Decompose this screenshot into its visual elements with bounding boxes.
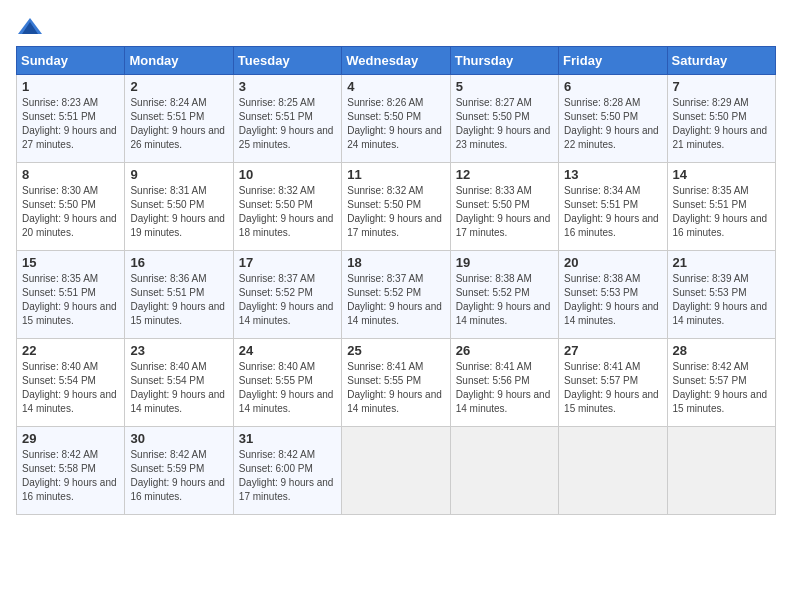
day-number: 21: [673, 255, 770, 270]
day-number: 9: [130, 167, 227, 182]
calendar-cell: 27 Sunrise: 8:41 AM Sunset: 5:57 PM Dayl…: [559, 339, 667, 427]
day-info: Sunrise: 8:41 AM Sunset: 5:56 PM Dayligh…: [456, 360, 553, 416]
calendar-cell: 22 Sunrise: 8:40 AM Sunset: 5:54 PM Dayl…: [17, 339, 125, 427]
calendar: SundayMondayTuesdayWednesdayThursdayFrid…: [16, 46, 776, 515]
day-number: 6: [564, 79, 661, 94]
calendar-cell: 26 Sunrise: 8:41 AM Sunset: 5:56 PM Dayl…: [450, 339, 558, 427]
week-row-1: 1 Sunrise: 8:23 AM Sunset: 5:51 PM Dayli…: [17, 75, 776, 163]
day-number: 31: [239, 431, 336, 446]
weekday-header-row: SundayMondayTuesdayWednesdayThursdayFrid…: [17, 47, 776, 75]
day-number: 18: [347, 255, 444, 270]
week-row-3: 15 Sunrise: 8:35 AM Sunset: 5:51 PM Dayl…: [17, 251, 776, 339]
day-info: Sunrise: 8:42 AM Sunset: 5:59 PM Dayligh…: [130, 448, 227, 504]
day-number: 1: [22, 79, 119, 94]
day-info: Sunrise: 8:30 AM Sunset: 5:50 PM Dayligh…: [22, 184, 119, 240]
calendar-cell: 16 Sunrise: 8:36 AM Sunset: 5:51 PM Dayl…: [125, 251, 233, 339]
day-number: 8: [22, 167, 119, 182]
calendar-cell: 19 Sunrise: 8:38 AM Sunset: 5:52 PM Dayl…: [450, 251, 558, 339]
day-info: Sunrise: 8:28 AM Sunset: 5:50 PM Dayligh…: [564, 96, 661, 152]
logo: [16, 16, 48, 38]
day-info: Sunrise: 8:38 AM Sunset: 5:52 PM Dayligh…: [456, 272, 553, 328]
calendar-cell: 14 Sunrise: 8:35 AM Sunset: 5:51 PM Dayl…: [667, 163, 775, 251]
day-info: Sunrise: 8:27 AM Sunset: 5:50 PM Dayligh…: [456, 96, 553, 152]
logo-icon: [16, 16, 44, 38]
day-info: Sunrise: 8:41 AM Sunset: 5:57 PM Dayligh…: [564, 360, 661, 416]
calendar-cell: 2 Sunrise: 8:24 AM Sunset: 5:51 PM Dayli…: [125, 75, 233, 163]
calendar-cell: 23 Sunrise: 8:40 AM Sunset: 5:54 PM Dayl…: [125, 339, 233, 427]
day-number: 7: [673, 79, 770, 94]
calendar-cell: 18 Sunrise: 8:37 AM Sunset: 5:52 PM Dayl…: [342, 251, 450, 339]
day-number: 26: [456, 343, 553, 358]
day-number: 20: [564, 255, 661, 270]
calendar-cell: 12 Sunrise: 8:33 AM Sunset: 5:50 PM Dayl…: [450, 163, 558, 251]
day-number: 19: [456, 255, 553, 270]
day-info: Sunrise: 8:34 AM Sunset: 5:51 PM Dayligh…: [564, 184, 661, 240]
week-row-2: 8 Sunrise: 8:30 AM Sunset: 5:50 PM Dayli…: [17, 163, 776, 251]
day-number: 13: [564, 167, 661, 182]
day-info: Sunrise: 8:29 AM Sunset: 5:50 PM Dayligh…: [673, 96, 770, 152]
weekday-header-sunday: Sunday: [17, 47, 125, 75]
day-number: 4: [347, 79, 444, 94]
calendar-body: 1 Sunrise: 8:23 AM Sunset: 5:51 PM Dayli…: [17, 75, 776, 515]
day-info: Sunrise: 8:31 AM Sunset: 5:50 PM Dayligh…: [130, 184, 227, 240]
week-row-4: 22 Sunrise: 8:40 AM Sunset: 5:54 PM Dayl…: [17, 339, 776, 427]
day-number: 25: [347, 343, 444, 358]
day-number: 2: [130, 79, 227, 94]
calendar-cell: 30 Sunrise: 8:42 AM Sunset: 5:59 PM Dayl…: [125, 427, 233, 515]
day-info: Sunrise: 8:32 AM Sunset: 5:50 PM Dayligh…: [347, 184, 444, 240]
day-info: Sunrise: 8:36 AM Sunset: 5:51 PM Dayligh…: [130, 272, 227, 328]
calendar-cell: 31 Sunrise: 8:42 AM Sunset: 6:00 PM Dayl…: [233, 427, 341, 515]
day-number: 22: [22, 343, 119, 358]
weekday-header-wednesday: Wednesday: [342, 47, 450, 75]
day-info: Sunrise: 8:42 AM Sunset: 5:57 PM Dayligh…: [673, 360, 770, 416]
day-number: 27: [564, 343, 661, 358]
week-row-5: 29 Sunrise: 8:42 AM Sunset: 5:58 PM Dayl…: [17, 427, 776, 515]
calendar-cell: 10 Sunrise: 8:32 AM Sunset: 5:50 PM Dayl…: [233, 163, 341, 251]
calendar-cell: 20 Sunrise: 8:38 AM Sunset: 5:53 PM Dayl…: [559, 251, 667, 339]
calendar-cell: [667, 427, 775, 515]
day-info: Sunrise: 8:42 AM Sunset: 6:00 PM Dayligh…: [239, 448, 336, 504]
day-info: Sunrise: 8:37 AM Sunset: 5:52 PM Dayligh…: [347, 272, 444, 328]
day-number: 24: [239, 343, 336, 358]
day-info: Sunrise: 8:42 AM Sunset: 5:58 PM Dayligh…: [22, 448, 119, 504]
day-number: 17: [239, 255, 336, 270]
day-info: Sunrise: 8:23 AM Sunset: 5:51 PM Dayligh…: [22, 96, 119, 152]
day-number: 11: [347, 167, 444, 182]
calendar-cell: 17 Sunrise: 8:37 AM Sunset: 5:52 PM Dayl…: [233, 251, 341, 339]
day-info: Sunrise: 8:25 AM Sunset: 5:51 PM Dayligh…: [239, 96, 336, 152]
calendar-cell: 9 Sunrise: 8:31 AM Sunset: 5:50 PM Dayli…: [125, 163, 233, 251]
day-number: 14: [673, 167, 770, 182]
day-number: 23: [130, 343, 227, 358]
day-number: 15: [22, 255, 119, 270]
calendar-cell: [559, 427, 667, 515]
day-info: Sunrise: 8:26 AM Sunset: 5:50 PM Dayligh…: [347, 96, 444, 152]
weekday-header-monday: Monday: [125, 47, 233, 75]
day-info: Sunrise: 8:39 AM Sunset: 5:53 PM Dayligh…: [673, 272, 770, 328]
calendar-cell: 28 Sunrise: 8:42 AM Sunset: 5:57 PM Dayl…: [667, 339, 775, 427]
calendar-cell: 24 Sunrise: 8:40 AM Sunset: 5:55 PM Dayl…: [233, 339, 341, 427]
calendar-cell: 6 Sunrise: 8:28 AM Sunset: 5:50 PM Dayli…: [559, 75, 667, 163]
weekday-header-saturday: Saturday: [667, 47, 775, 75]
calendar-cell: 1 Sunrise: 8:23 AM Sunset: 5:51 PM Dayli…: [17, 75, 125, 163]
day-info: Sunrise: 8:35 AM Sunset: 5:51 PM Dayligh…: [673, 184, 770, 240]
calendar-cell: 8 Sunrise: 8:30 AM Sunset: 5:50 PM Dayli…: [17, 163, 125, 251]
calendar-cell: 13 Sunrise: 8:34 AM Sunset: 5:51 PM Dayl…: [559, 163, 667, 251]
day-number: 29: [22, 431, 119, 446]
header: [16, 16, 776, 38]
day-info: Sunrise: 8:41 AM Sunset: 5:55 PM Dayligh…: [347, 360, 444, 416]
day-number: 5: [456, 79, 553, 94]
calendar-cell: 15 Sunrise: 8:35 AM Sunset: 5:51 PM Dayl…: [17, 251, 125, 339]
weekday-header-friday: Friday: [559, 47, 667, 75]
day-info: Sunrise: 8:40 AM Sunset: 5:55 PM Dayligh…: [239, 360, 336, 416]
calendar-cell: [450, 427, 558, 515]
calendar-cell: 5 Sunrise: 8:27 AM Sunset: 5:50 PM Dayli…: [450, 75, 558, 163]
day-number: 3: [239, 79, 336, 94]
calendar-cell: 25 Sunrise: 8:41 AM Sunset: 5:55 PM Dayl…: [342, 339, 450, 427]
day-number: 12: [456, 167, 553, 182]
day-number: 16: [130, 255, 227, 270]
day-number: 28: [673, 343, 770, 358]
day-info: Sunrise: 8:38 AM Sunset: 5:53 PM Dayligh…: [564, 272, 661, 328]
day-info: Sunrise: 8:32 AM Sunset: 5:50 PM Dayligh…: [239, 184, 336, 240]
weekday-header-thursday: Thursday: [450, 47, 558, 75]
day-info: Sunrise: 8:35 AM Sunset: 5:51 PM Dayligh…: [22, 272, 119, 328]
